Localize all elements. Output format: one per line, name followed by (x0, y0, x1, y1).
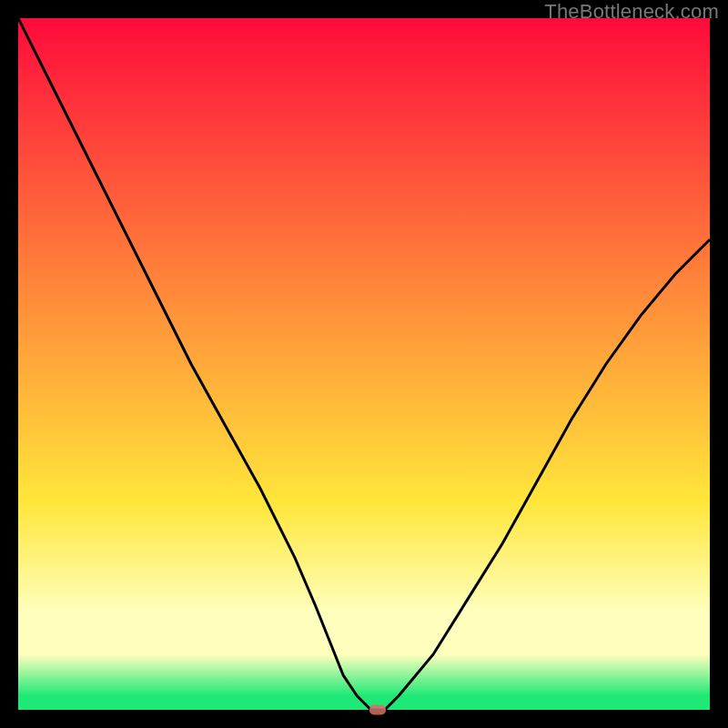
bottleneck-curve (18, 18, 710, 710)
curve-path (18, 18, 710, 710)
chart-frame: TheBottleneck.com (0, 0, 728, 728)
optimal-point-marker (369, 705, 386, 715)
bottleneck-plot (18, 18, 710, 710)
